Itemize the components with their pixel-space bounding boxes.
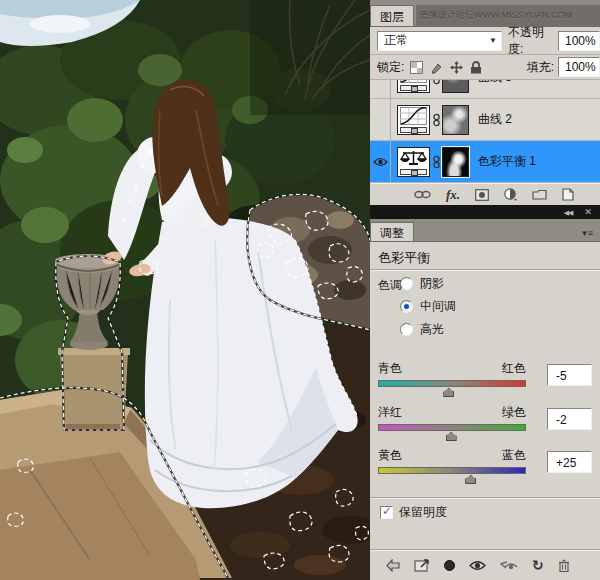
blend-mode-value: 正常 bbox=[384, 32, 408, 49]
radio-midtones[interactable] bbox=[400, 300, 413, 313]
lock-all-icon[interactable] bbox=[470, 61, 482, 74]
chevron-down-icon: ▼ bbox=[489, 36, 497, 45]
blend-mode-row: 正常 ▼ 不透明度: 100% bbox=[370, 27, 600, 55]
layers-panel: 图层 思缘设计论坛WWW.MISSYUAN.COM 正常 ▼ 不透明度: 100… bbox=[370, 0, 600, 205]
mask-link-icon bbox=[433, 113, 440, 127]
lock-transparency-icon[interactable] bbox=[410, 61, 423, 74]
layer-style-icon[interactable]: fx. bbox=[446, 188, 460, 201]
color-balance-icon bbox=[400, 149, 427, 167]
delete-icon[interactable] bbox=[558, 559, 570, 572]
layers-tabbar: 图层 思缘设计论坛WWW.MISSYUAN.COM bbox=[370, 0, 600, 27]
magenta-green-value[interactable]: -2 bbox=[547, 408, 592, 430]
visibility-toggle[interactable] bbox=[370, 80, 391, 98]
yellow-blue-slider: 黄色 蓝色 +25 bbox=[378, 447, 592, 483]
adjustments-toolbar: ↻ bbox=[370, 550, 600, 580]
opacity-input[interactable]: 100% bbox=[558, 31, 600, 51]
preserve-luminosity-checkbox[interactable] bbox=[380, 506, 393, 519]
cyan-red-value[interactable]: -5 bbox=[547, 364, 592, 386]
red-label: 红色 bbox=[502, 360, 526, 377]
mini-slider bbox=[400, 85, 427, 91]
reset-icon[interactable]: ↻ bbox=[532, 558, 544, 572]
visibility-toggle[interactable] bbox=[370, 141, 391, 182]
mini-slider bbox=[400, 127, 427, 133]
lock-pixels-icon[interactable] bbox=[430, 61, 443, 74]
tone-option-shadows: 阴影 bbox=[400, 275, 444, 292]
adjustments-tabbar: 调整 ▾≡ bbox=[370, 219, 600, 242]
tone-option-highlights: 高光 bbox=[400, 321, 444, 338]
panel-column: 图层 思缘设计论坛WWW.MISSYUAN.COM 正常 ▼ 不透明度: 100… bbox=[370, 0, 600, 580]
clip-to-layer-icon[interactable] bbox=[444, 560, 455, 571]
layer-row-color-balance-1[interactable]: 色彩平衡 1 bbox=[370, 141, 600, 183]
layer-mask-thumbnail[interactable] bbox=[442, 80, 469, 93]
visibility-toggle[interactable] bbox=[370, 99, 391, 140]
tab-adjustments[interactable]: 调整 bbox=[370, 222, 414, 241]
document-canvas[interactable] bbox=[0, 0, 370, 580]
panel-menu-icon[interactable]: ▾≡ bbox=[582, 228, 594, 238]
slider-thumb[interactable] bbox=[446, 432, 457, 441]
slider-thumb[interactable] bbox=[443, 388, 454, 397]
radio-highlights[interactable] bbox=[400, 323, 413, 336]
mini-slider bbox=[400, 169, 427, 175]
layer-name[interactable]: 曲线 3 bbox=[478, 80, 512, 86]
adjustments-body: 色彩平衡 色调: 阴影 中间调 高光 青色 bbox=[370, 242, 600, 580]
yellow-blue-value[interactable]: +25 bbox=[547, 451, 592, 473]
adjustment-thumbnail[interactable] bbox=[397, 80, 430, 93]
eye-icon bbox=[373, 157, 388, 167]
layer-mask-thumbnail[interactable] bbox=[442, 105, 469, 135]
adjustment-thumbnail[interactable] bbox=[397, 147, 430, 177]
layers-toolbar: fx. bbox=[370, 183, 600, 205]
layer-name[interactable]: 色彩平衡 1 bbox=[478, 153, 536, 170]
add-mask-icon[interactable] bbox=[475, 189, 489, 201]
curves-icon bbox=[400, 107, 427, 125]
view-previous-state-icon[interactable] bbox=[500, 559, 518, 571]
return-to-list-icon[interactable] bbox=[386, 559, 400, 572]
layer-name[interactable]: 曲线 2 bbox=[478, 111, 512, 128]
cyan-label: 青色 bbox=[378, 360, 402, 377]
curves-icon bbox=[400, 80, 427, 83]
blend-mode-select[interactable]: 正常 ▼ bbox=[377, 31, 502, 51]
layer-list: 曲线 3 曲线 2 bbox=[370, 80, 600, 183]
adjustments-panel: 调整 ▾≡ 色彩平衡 色调: 阴影 中间调 高光 bbox=[370, 219, 600, 580]
layer-row-curves-2[interactable]: 曲线 2 bbox=[370, 99, 600, 141]
slider-track[interactable] bbox=[378, 424, 526, 431]
close-icon[interactable]: ✕ bbox=[584, 208, 592, 217]
slider-thumb[interactable] bbox=[465, 475, 476, 484]
new-adjustment-icon[interactable] bbox=[504, 188, 517, 201]
adjustment-thumbnail[interactable] bbox=[397, 105, 430, 135]
new-layer-icon[interactable] bbox=[562, 188, 574, 201]
layer-row-curves-3[interactable]: 曲线 3 bbox=[370, 80, 600, 99]
layer-mask-thumbnail[interactable] bbox=[442, 147, 469, 177]
lock-position-icon[interactable] bbox=[450, 61, 463, 74]
link-layers-icon[interactable] bbox=[414, 190, 431, 199]
slider-track[interactable] bbox=[378, 380, 526, 387]
magenta-label: 洋红 bbox=[378, 404, 402, 421]
opacity-label: 不透明度: bbox=[508, 24, 555, 58]
cyan-red-slider: 青色 红色 -5 bbox=[378, 360, 592, 396]
adjustment-title: 色彩平衡 bbox=[378, 249, 430, 267]
mask-link-icon bbox=[433, 155, 440, 169]
yellow-label: 黄色 bbox=[378, 447, 402, 464]
photo-image bbox=[0, 0, 370, 580]
collapse-to-icons-icon[interactable]: ◀◀ bbox=[564, 209, 573, 216]
fill-label: 填充: bbox=[527, 59, 554, 76]
tab-layers[interactable]: 图层 bbox=[370, 5, 414, 26]
lock-label: 锁定: bbox=[377, 59, 404, 76]
preserve-luminosity-row: 保留明度 bbox=[380, 504, 447, 521]
photoshop-workspace: 图层 思缘设计论坛WWW.MISSYUAN.COM 正常 ▼ 不透明度: 100… bbox=[0, 0, 600, 580]
radio-midtones-label: 中间调 bbox=[420, 298, 456, 315]
radio-shadows[interactable] bbox=[400, 277, 413, 290]
panel-collapse-bar: ◀◀ ✕ bbox=[370, 205, 600, 219]
tone-option-midtones: 中间调 bbox=[400, 298, 456, 315]
expand-panel-icon[interactable] bbox=[414, 558, 430, 572]
radio-highlights-label: 高光 bbox=[420, 321, 444, 338]
lock-row: 锁定: 填充: 100% bbox=[370, 55, 600, 80]
divider bbox=[370, 497, 600, 499]
radio-shadows-label: 阴影 bbox=[420, 275, 444, 292]
fill-input[interactable]: 100% bbox=[558, 57, 600, 77]
visibility-icon[interactable] bbox=[469, 560, 486, 571]
new-group-icon[interactable] bbox=[532, 189, 547, 200]
preserve-luminosity-label: 保留明度 bbox=[399, 504, 447, 521]
divider bbox=[370, 269, 600, 271]
magenta-green-slider: 洋红 绿色 -2 bbox=[378, 404, 592, 440]
slider-track[interactable] bbox=[378, 467, 526, 474]
